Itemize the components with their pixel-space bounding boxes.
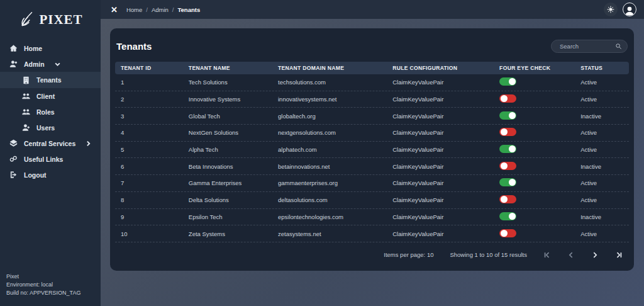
sidebar-item-label: Home xyxy=(24,45,42,52)
showing-results-label: Showing 1 to 10 of 15 results xyxy=(450,251,527,258)
table-row: 3Global Techglobaltech.orgClaimKeyValueP… xyxy=(115,108,629,125)
cell-rule: ClaimKeyValuePair xyxy=(387,213,494,220)
four-eye-toggle[interactable] xyxy=(499,195,516,203)
cell-domain: epsilontechnologies.com xyxy=(272,213,387,220)
four-eye-toggle[interactable] xyxy=(499,162,516,170)
cell-domain: deltasolutions.com xyxy=(272,196,387,203)
cell-status: Active xyxy=(575,146,629,153)
four-eye-toggle[interactable] xyxy=(499,77,516,86)
theme-toggle-button[interactable] xyxy=(604,3,618,16)
toggle-knob xyxy=(509,145,516,152)
table-header-row: TENANT ID TENANT NAME TENANT DOMAIN NAME… xyxy=(115,62,629,74)
sun-icon xyxy=(607,6,614,13)
column-header-tenant-domain-name: TENANT DOMAIN NAME xyxy=(272,65,387,71)
link-icon xyxy=(9,155,18,163)
cell-domain: nextgensolutions.com xyxy=(272,129,387,136)
four-eye-toggle[interactable] xyxy=(499,145,516,153)
breadcrumb-current: Tenants xyxy=(177,6,200,13)
breadcrumb-admin[interactable]: Admin xyxy=(152,6,169,13)
cell-name: Tech Solutions xyxy=(183,79,272,86)
footer-app-name: Pixet xyxy=(6,273,80,281)
four-eye-toggle[interactable] xyxy=(499,229,516,237)
sidebar-item-logout[interactable]: Logout xyxy=(0,167,101,183)
table-row: 10Zeta Systemszetasystems.netClaimKeyVal… xyxy=(115,225,629,242)
search-icon xyxy=(615,43,622,50)
home-icon xyxy=(9,44,18,52)
toggle-knob xyxy=(501,95,508,102)
sidebar-item-label: Roles xyxy=(36,108,55,116)
cell-rule: ClaimKeyValuePair xyxy=(387,96,494,103)
table-row: 8Delta Solutionsdeltasolutions.comClaimK… xyxy=(115,192,629,209)
cell-four-eye xyxy=(494,94,575,104)
cell-four-eye xyxy=(494,178,575,188)
four-eye-toggle[interactable] xyxy=(499,128,516,136)
topbar: ✕ Home / Admin / Tenants xyxy=(101,0,644,19)
four-eye-toggle[interactable] xyxy=(499,178,516,186)
cell-status: Inactive xyxy=(575,213,629,220)
column-header-rule-configuration: RULE CONFIGURATION xyxy=(387,65,494,71)
column-header-four-eye-check: FOUR EYE CHECK xyxy=(494,65,575,71)
user-avatar[interactable] xyxy=(623,3,636,16)
sidebar-item-home[interactable]: Home xyxy=(0,40,101,56)
sidebar-item-label: Users xyxy=(36,124,55,132)
chevron-down-icon xyxy=(53,61,62,67)
cell-id: 2 xyxy=(115,96,183,103)
toggle-knob xyxy=(501,128,508,135)
footer-build: Build no: APPVERSION_TAG xyxy=(6,289,80,297)
sidebar-item-tenants[interactable]: Tenants xyxy=(0,72,101,88)
cell-rule: ClaimKeyValuePair xyxy=(387,146,494,153)
footer-environment: Environment: local xyxy=(6,281,80,289)
next-page-button[interactable] xyxy=(591,251,599,259)
cell-name: Alpha Tech xyxy=(183,146,272,153)
sidebar-item-admin[interactable]: Admin xyxy=(0,56,101,72)
last-page-button[interactable] xyxy=(615,251,623,259)
logo-text: PIXET xyxy=(39,12,82,28)
cell-id: 3 xyxy=(115,113,183,120)
table-row: 7Gamma Enterprisesgammaenterprises.orgCl… xyxy=(115,175,629,192)
four-eye-toggle[interactable] xyxy=(499,111,516,120)
cell-four-eye xyxy=(494,77,575,87)
cell-status: Active xyxy=(575,79,629,86)
cell-name: Gamma Enterprises xyxy=(183,179,272,186)
cell-rule: ClaimKeyValuePair xyxy=(387,129,494,136)
topbar-actions xyxy=(604,3,636,16)
cell-id: 4 xyxy=(115,129,183,136)
person-icon xyxy=(624,5,635,16)
tenants-panel: Tenants TENANT ID TENANT NAME TENANT DOM… xyxy=(110,28,634,271)
cell-domain: betainnovations.net xyxy=(272,163,387,170)
cell-four-eye xyxy=(494,162,575,171)
cell-name: Epsilon Tech xyxy=(183,213,272,220)
cell-status: Active xyxy=(575,96,629,103)
cell-status: Active xyxy=(575,196,629,203)
cell-id: 8 xyxy=(115,196,183,203)
page-title: Tenants xyxy=(116,41,152,52)
sidebar-item-roles[interactable]: Roles xyxy=(0,104,101,120)
cell-status: Active xyxy=(575,230,629,237)
admin-icon xyxy=(9,60,18,68)
sidebar-item-users[interactable]: Users xyxy=(0,120,101,135)
sidebar-footer: Pixet Environment: local Build no: APPVE… xyxy=(6,273,80,297)
table-row: 5Alpha Techalphatech.comClaimKeyValuePai… xyxy=(115,142,629,159)
sidebar-toggle-icon[interactable]: ✕ xyxy=(111,5,118,14)
sidebar-item-useful-links[interactable]: Useful Links xyxy=(0,151,101,167)
sidebar-item-client[interactable]: Client xyxy=(0,88,101,104)
logout-icon xyxy=(9,171,18,179)
first-page-button[interactable] xyxy=(543,251,551,259)
cell-rule: ClaimKeyValuePair xyxy=(387,79,494,86)
sidebar-item-central-services[interactable]: Central Services xyxy=(0,135,101,151)
previous-page-button[interactable] xyxy=(567,251,575,259)
four-eye-toggle[interactable] xyxy=(499,94,516,103)
layers-icon xyxy=(9,139,18,147)
cell-id: 1 xyxy=(115,79,183,86)
column-header-tenant-name: TENANT NAME xyxy=(183,65,272,71)
four-eye-toggle[interactable] xyxy=(499,212,516,220)
sidebar: PIXET Home Admin Tenants Client Roles Us… xyxy=(0,0,101,306)
toggle-knob xyxy=(501,230,508,237)
breadcrumb: Home / Admin / Tenants xyxy=(126,6,200,13)
cell-four-eye xyxy=(494,128,575,137)
cell-name: Beta Innovations xyxy=(183,163,272,170)
pagination-controls xyxy=(543,251,623,259)
roles-icon xyxy=(22,108,30,116)
table-body: 1Tech Solutionstechsolutions.comClaimKey… xyxy=(115,74,629,242)
breadcrumb-home[interactable]: Home xyxy=(126,6,142,13)
